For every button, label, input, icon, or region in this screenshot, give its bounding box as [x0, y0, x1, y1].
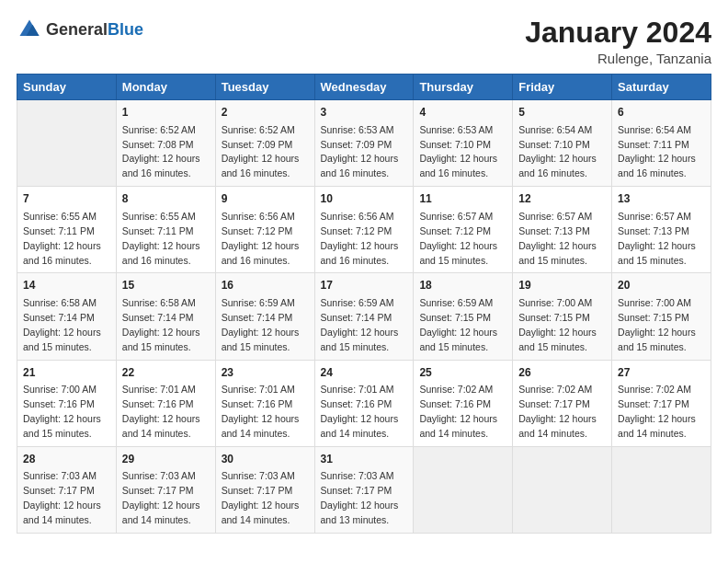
day-cell: 30Sunrise: 7:03 AM Sunset: 7:17 PM Dayli… [215, 446, 314, 533]
day-number: 6 [618, 105, 705, 121]
logo-icon [17, 17, 42, 42]
day-cell: 17Sunrise: 6:59 AM Sunset: 7:14 PM Dayli… [314, 273, 414, 360]
day-cell: 13Sunrise: 6:57 AM Sunset: 7:13 PM Dayli… [612, 187, 711, 273]
day-info: Sunrise: 6:53 AM Sunset: 7:09 PM Dayligh… [321, 124, 399, 179]
day-info: Sunrise: 6:56 AM Sunset: 7:12 PM Dayligh… [222, 211, 300, 266]
day-number: 8 [122, 191, 210, 207]
day-cell: 23Sunrise: 7:01 AM Sunset: 7:16 PM Dayli… [215, 360, 314, 446]
day-number: 28 [23, 452, 110, 467]
day-info: Sunrise: 7:01 AM Sunset: 7:16 PM Dayligh… [222, 384, 300, 439]
day-number: 16 [222, 278, 309, 293]
day-info: Sunrise: 6:52 AM Sunset: 7:08 PM Dayligh… [122, 124, 200, 179]
logo-blue: Blue [108, 20, 143, 39]
day-cell: 31Sunrise: 7:03 AM Sunset: 7:17 PM Dayli… [314, 446, 414, 533]
day-info: Sunrise: 7:03 AM Sunset: 7:17 PM Dayligh… [23, 470, 101, 525]
col-header-thursday: Thursday [414, 75, 513, 100]
day-info: Sunrise: 6:53 AM Sunset: 7:10 PM Dayligh… [419, 124, 497, 179]
day-info: Sunrise: 6:57 AM Sunset: 7:12 PM Dayligh… [419, 211, 497, 266]
day-info: Sunrise: 7:01 AM Sunset: 7:16 PM Dayligh… [321, 384, 399, 439]
col-header-monday: Monday [116, 75, 215, 100]
day-cell: 7Sunrise: 6:55 AM Sunset: 7:11 PM Daylig… [17, 187, 117, 273]
day-number: 18 [419, 278, 506, 293]
day-cell: 28Sunrise: 7:03 AM Sunset: 7:17 PM Dayli… [17, 446, 117, 533]
day-info: Sunrise: 6:58 AM Sunset: 7:14 PM Dayligh… [122, 297, 200, 352]
day-number: 23 [222, 365, 309, 381]
day-number: 3 [321, 105, 408, 121]
day-number: 14 [23, 278, 110, 293]
day-info: Sunrise: 6:57 AM Sunset: 7:13 PM Dayligh… [618, 211, 696, 266]
logo: GeneralBlue [17, 17, 143, 42]
day-info: Sunrise: 7:00 AM Sunset: 7:15 PM Dayligh… [618, 297, 696, 352]
col-header-friday: Friday [513, 75, 612, 100]
day-cell: 21Sunrise: 7:00 AM Sunset: 7:16 PM Dayli… [17, 360, 117, 446]
day-info: Sunrise: 7:00 AM Sunset: 7:15 PM Dayligh… [518, 297, 597, 352]
day-cell: 6Sunrise: 6:54 AM Sunset: 7:11 PM Daylig… [612, 100, 711, 187]
day-info: Sunrise: 6:58 AM Sunset: 7:14 PM Dayligh… [23, 297, 101, 352]
day-number: 26 [518, 365, 606, 381]
day-number: 10 [321, 191, 408, 207]
day-info: Sunrise: 7:03 AM Sunset: 7:17 PM Dayligh… [222, 470, 300, 525]
day-info: Sunrise: 7:03 AM Sunset: 7:17 PM Dayligh… [321, 470, 399, 525]
calendar-table: SundayMondayTuesdayWednesdayThursdayFrid… [17, 74, 711, 534]
day-number: 31 [321, 452, 408, 467]
day-info: Sunrise: 7:00 AM Sunset: 7:16 PM Dayligh… [23, 384, 101, 439]
day-cell: 3Sunrise: 6:53 AM Sunset: 7:09 PM Daylig… [314, 100, 414, 187]
day-cell: 1Sunrise: 6:52 AM Sunset: 7:08 PM Daylig… [116, 100, 215, 187]
week-row-1: 1Sunrise: 6:52 AM Sunset: 7:08 PM Daylig… [17, 100, 711, 187]
week-row-5: 28Sunrise: 7:03 AM Sunset: 7:17 PM Dayli… [17, 446, 711, 533]
day-info: Sunrise: 7:02 AM Sunset: 7:17 PM Dayligh… [618, 384, 696, 439]
day-info: Sunrise: 6:59 AM Sunset: 7:14 PM Dayligh… [222, 297, 300, 352]
day-info: Sunrise: 6:55 AM Sunset: 7:11 PM Dayligh… [122, 211, 200, 266]
day-number: 9 [222, 191, 309, 207]
day-number: 1 [122, 105, 210, 121]
day-cell [612, 446, 711, 533]
day-cell: 9Sunrise: 6:56 AM Sunset: 7:12 PM Daylig… [215, 187, 314, 273]
day-number: 21 [23, 365, 110, 381]
title-block: January 2024 Rulenge, Tanzania [525, 17, 711, 66]
day-info: Sunrise: 6:55 AM Sunset: 7:11 PM Dayligh… [23, 211, 101, 266]
day-cell: 20Sunrise: 7:00 AM Sunset: 7:15 PM Dayli… [612, 273, 711, 360]
day-cell: 27Sunrise: 7:02 AM Sunset: 7:17 PM Dayli… [612, 360, 711, 446]
day-cell: 29Sunrise: 7:03 AM Sunset: 7:17 PM Dayli… [116, 446, 215, 533]
day-number: 27 [618, 365, 705, 381]
subtitle: Rulenge, Tanzania [525, 51, 711, 66]
day-number: 19 [518, 278, 606, 293]
day-cell: 14Sunrise: 6:58 AM Sunset: 7:14 PM Dayli… [17, 273, 117, 360]
header: GeneralBlue January 2024 Rulenge, Tanzan… [17, 17, 711, 66]
day-info: Sunrise: 7:01 AM Sunset: 7:16 PM Dayligh… [122, 384, 200, 439]
day-number: 20 [618, 278, 705, 293]
day-cell: 22Sunrise: 7:01 AM Sunset: 7:16 PM Dayli… [116, 360, 215, 446]
day-number: 5 [518, 105, 606, 121]
day-number: 30 [222, 452, 309, 467]
day-cell [17, 100, 117, 187]
week-row-4: 21Sunrise: 7:00 AM Sunset: 7:16 PM Dayli… [17, 360, 711, 446]
day-info: Sunrise: 7:02 AM Sunset: 7:17 PM Dayligh… [518, 384, 597, 439]
day-cell: 18Sunrise: 6:59 AM Sunset: 7:15 PM Dayli… [414, 273, 513, 360]
day-cell [513, 446, 612, 533]
header-row: SundayMondayTuesdayWednesdayThursdayFrid… [17, 75, 711, 100]
day-info: Sunrise: 6:57 AM Sunset: 7:13 PM Dayligh… [518, 211, 597, 266]
logo-general: General [46, 20, 108, 39]
day-number: 25 [419, 365, 506, 381]
day-info: Sunrise: 6:54 AM Sunset: 7:11 PM Dayligh… [618, 124, 696, 179]
day-info: Sunrise: 6:56 AM Sunset: 7:12 PM Dayligh… [321, 211, 399, 266]
day-info: Sunrise: 6:52 AM Sunset: 7:09 PM Dayligh… [222, 124, 300, 179]
day-cell: 16Sunrise: 6:59 AM Sunset: 7:14 PM Dayli… [215, 273, 314, 360]
day-number: 7 [23, 191, 110, 207]
day-cell: 12Sunrise: 6:57 AM Sunset: 7:13 PM Dayli… [513, 187, 612, 273]
day-info: Sunrise: 6:54 AM Sunset: 7:10 PM Dayligh… [518, 124, 597, 179]
day-cell: 15Sunrise: 6:58 AM Sunset: 7:14 PM Dayli… [116, 273, 215, 360]
day-info: Sunrise: 7:03 AM Sunset: 7:17 PM Dayligh… [122, 470, 200, 525]
col-header-tuesday: Tuesday [215, 75, 314, 100]
day-cell: 5Sunrise: 6:54 AM Sunset: 7:10 PM Daylig… [513, 100, 612, 187]
day-number: 12 [518, 191, 606, 207]
day-number: 15 [122, 278, 210, 293]
day-cell: 24Sunrise: 7:01 AM Sunset: 7:16 PM Dayli… [314, 360, 414, 446]
day-number: 22 [122, 365, 210, 381]
day-number: 2 [222, 105, 309, 121]
day-cell: 2Sunrise: 6:52 AM Sunset: 7:09 PM Daylig… [215, 100, 314, 187]
day-cell: 10Sunrise: 6:56 AM Sunset: 7:12 PM Dayli… [314, 187, 414, 273]
day-cell: 11Sunrise: 6:57 AM Sunset: 7:12 PM Dayli… [414, 187, 513, 273]
day-number: 24 [321, 365, 408, 381]
col-header-saturday: Saturday [612, 75, 711, 100]
